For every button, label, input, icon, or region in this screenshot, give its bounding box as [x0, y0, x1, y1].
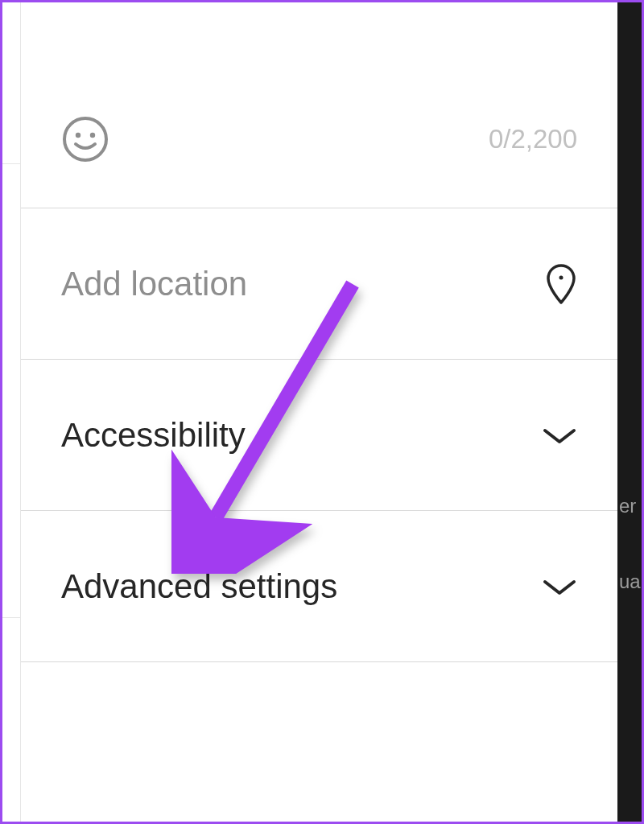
compose-panel: 0/2,200 Add location Accessibility Advan… — [20, 2, 617, 822]
accessibility-label: Accessibility — [61, 416, 246, 455]
advanced-settings-row[interactable]: Advanced settings — [21, 511, 617, 662]
chevron-down-icon — [542, 577, 577, 596]
left-gutter — [2, 2, 20, 822]
gutter-tick — [2, 617, 20, 618]
character-counter: 0/2,200 — [489, 124, 577, 154]
app-frame: er ua 0/2,200 Add location — [0, 0, 644, 824]
svg-point-0 — [64, 118, 106, 160]
advanced-settings-label: Advanced settings — [61, 567, 337, 606]
emoji-picker-button[interactable] — [61, 115, 109, 163]
add-location-placeholder: Add location — [61, 265, 247, 303]
accessibility-row[interactable]: Accessibility — [21, 360, 617, 511]
svg-point-1 — [76, 133, 80, 138]
svg-point-2 — [90, 133, 95, 138]
gutter-tick — [2, 163, 20, 164]
caption-area[interactable]: 0/2,200 — [21, 2, 617, 208]
cropped-text: ua — [619, 572, 641, 591]
background-strip: er ua — [617, 2, 642, 822]
cropped-text: er — [619, 496, 636, 516]
add-location-row[interactable]: Add location — [21, 208, 617, 360]
location-pin-icon — [545, 263, 577, 305]
svg-point-3 — [559, 275, 564, 279]
caption-footer: 0/2,200 — [61, 115, 577, 163]
chevron-down-icon — [542, 426, 577, 445]
